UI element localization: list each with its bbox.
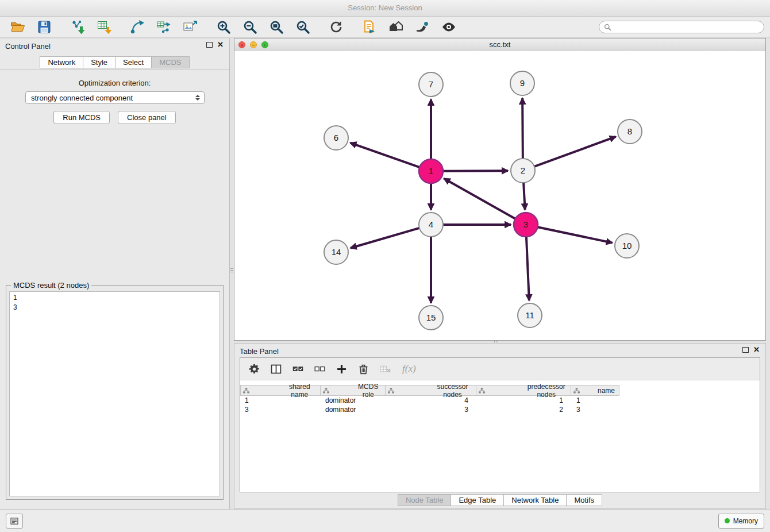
graph-node-15[interactable]: 15 [419,306,443,330]
zoom-fit-button[interactable] [264,18,288,36]
gear-button[interactable] [245,360,263,377]
zoom-out-button[interactable] [238,18,262,36]
table-cell[interactable]: 1 [571,396,619,404]
delete-row-button[interactable] [354,360,372,377]
tab-network[interactable]: Network [40,56,83,68]
toolbar-group [66,18,116,36]
column-header-mcds-role[interactable]: MCDS role [321,385,386,396]
table-cell[interactable]: 4 [386,396,476,404]
svg-text:15: 15 [426,313,436,322]
table-cell[interactable]: 3 [386,406,476,414]
split-column-icon [270,363,282,375]
network-window-titlebar[interactable]: ×−+ scc.txt [234,38,765,52]
zoom-window-icon[interactable]: + [261,41,268,48]
table-cell[interactable]: 3 [240,406,321,414]
graph-node-7[interactable]: 7 [419,72,443,97]
graph-edge-3-1[interactable] [444,179,515,219]
delete-column-disabled-button[interactable] [376,360,394,377]
minimize-window-icon[interactable]: − [250,41,257,48]
table-row[interactable]: 3dominator323 [240,405,760,414]
graph-edge-2-9[interactable] [522,98,523,159]
sort-hierarchy-icon [243,388,281,394]
node-table-header: shared nameMCDS rolesuccessor nodesprede… [240,385,760,396]
graph-node-14[interactable]: 14 [324,240,348,264]
search-input[interactable] [614,22,759,32]
graph-edge-4-14[interactable] [351,228,419,248]
table-cell[interactable]: dominator [321,396,386,404]
graph-edge-2-3[interactable] [523,183,525,210]
new-network-button[interactable] [125,18,149,36]
close-window-icon[interactable]: × [238,41,245,48]
criterion-dropdown[interactable]: strongly connected component [25,91,205,104]
network-canvas[interactable]: 7968124314101511 [234,51,765,340]
search-field[interactable] [599,21,764,33]
table-cell[interactable]: 2 [476,406,571,414]
column-header-predecessor-nodes[interactable]: predecessor nodes [476,385,571,396]
style-brush-button[interactable] [410,18,434,36]
network-file-button[interactable] [357,18,382,36]
float-panel-icon[interactable] [206,42,213,48]
export-image-icon [183,20,198,34]
function-builder-button[interactable]: f(x) [402,363,416,375]
table-tab-edge-table[interactable]: Edge Table [451,494,504,506]
tab-select[interactable]: Select [116,56,152,68]
graph-node-11[interactable]: 11 [518,303,542,327]
refresh-button[interactable] [324,18,348,36]
open-folder-button[interactable] [6,18,30,36]
graph-node-8[interactable]: 8 [618,119,642,144]
table-panel-title: Table Panel [240,347,279,356]
close-panel-icon[interactable]: ✕ [217,41,224,48]
mcds-result-text[interactable]: 1 3 [9,291,220,496]
zoom-in-button[interactable] [211,18,236,36]
column-header-shared-name[interactable]: shared name [240,385,321,396]
load-network-icon [70,20,85,34]
table-cell[interactable]: 1 [240,396,321,404]
split-column-button[interactable] [267,360,285,377]
window-titlebar[interactable]: Session: New Session [0,0,770,17]
status-menu-button[interactable] [6,514,23,529]
column-header-name[interactable]: name [571,385,619,396]
save-button[interactable] [32,18,56,36]
export-image-button[interactable] [178,18,202,36]
vertical-splitter-grip[interactable] [230,265,233,275]
close-panel-button[interactable]: Close panel [118,111,176,124]
run-mcds-button[interactable]: Run MCDS [53,111,110,124]
close-table-panel-icon[interactable]: ✕ [753,346,760,353]
graph-node-4[interactable]: 4 [419,213,443,237]
graph-edge-1-2[interactable] [443,171,508,171]
toolbar-group [6,18,56,36]
graph-node-2[interactable]: 2 [511,159,535,183]
tab-style[interactable]: Style [83,56,116,68]
table-row[interactable]: 1dominator411 [240,396,760,405]
table-cell[interactable]: dominator [321,406,386,414]
graph-node-3[interactable]: 3 [514,213,538,237]
table-tab-node-table[interactable]: Node Table [398,494,452,506]
column-header-successor-nodes[interactable]: successor nodes [386,385,476,396]
graph-edge-3-11[interactable] [526,237,529,300]
add-row-button[interactable] [332,360,351,377]
deselect-all-button[interactable] [310,360,329,377]
graph-node-9[interactable]: 9 [510,71,534,95]
application-window: Session: New Session Control Panel ✕ Net… [0,0,770,532]
graph-node-6[interactable]: 6 [324,126,348,150]
table-cell[interactable]: 1 [476,396,571,404]
zoom-selected-button[interactable] [291,18,315,36]
network-from-table-button[interactable] [152,18,176,36]
graph-edge-2-8[interactable] [534,137,616,167]
table-tab-motifs[interactable]: Motifs [567,494,602,506]
graph-edge-1-6[interactable] [351,143,420,167]
memory-button[interactable]: Memory [718,514,764,529]
table-cell[interactable]: 3 [571,406,619,414]
float-table-panel-icon[interactable] [742,347,749,353]
graph-node-1[interactable]: 1 [419,159,443,183]
load-network-button[interactable] [66,18,90,36]
eye-button[interactable] [437,18,461,36]
table-tab-network-table[interactable]: Network Table [504,494,567,506]
graph-edge-3-10[interactable] [538,227,613,242]
load-table-button[interactable] [92,18,116,36]
svg-text:8: 8 [627,126,632,136]
graph-node-10[interactable]: 10 [615,234,639,258]
select-all-button[interactable] [288,360,307,377]
home-button[interactable] [384,18,408,36]
tab-mcds[interactable]: MCDS [152,56,189,68]
